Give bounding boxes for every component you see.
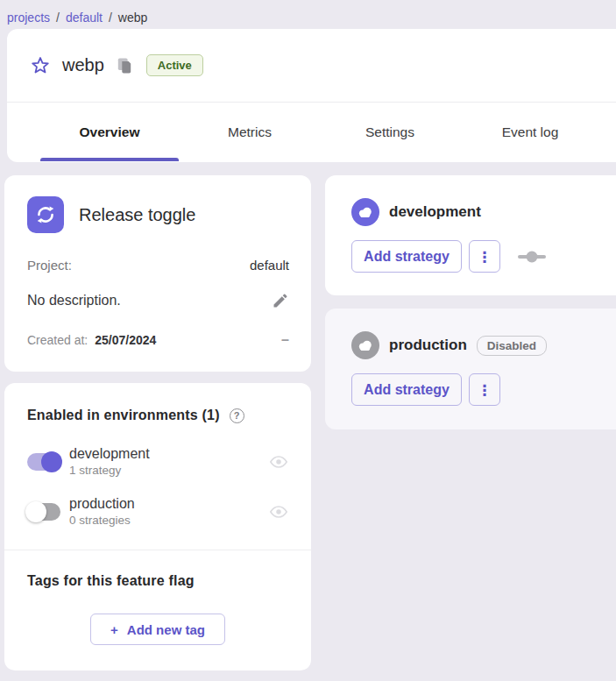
- add-strategy-button[interactable]: Add strategy: [351, 373, 462, 406]
- tab-bar: Overview Metrics Settings Event log: [7, 103, 616, 161]
- add-new-tag-button[interactable]: + Add new tag: [90, 614, 225, 645]
- development-environment-panel: development Add strategy ⋮: [325, 175, 616, 295]
- copy-icon: [117, 57, 132, 74]
- environment-row-development: development 1 strategy: [27, 446, 288, 477]
- status-badge: Active: [146, 54, 203, 76]
- flag-details-card: Release toggle Project: default No descr…: [4, 175, 311, 372]
- created-value: 25/07/2024: [95, 333, 156, 347]
- tags-title: Tags for this feature flag: [27, 573, 288, 589]
- environment-name: production: [69, 496, 135, 512]
- add-tag-label: Add new tag: [127, 622, 205, 637]
- add-strategy-button[interactable]: Add strategy: [351, 240, 462, 273]
- release-toggle-icon: [27, 196, 64, 233]
- header-card: webp Active Overview Metrics Settings Ev: [7, 29, 616, 162]
- kebab-menu-button[interactable]: ⋮: [469, 240, 500, 273]
- created-label: Created at:: [27, 333, 88, 347]
- breadcrumb: projects / default / webp: [0, 0, 616, 29]
- star-icon: [30, 55, 51, 76]
- favorite-button[interactable]: [30, 55, 51, 76]
- development-toggle[interactable]: [27, 453, 60, 471]
- description-text: No description.: [27, 293, 121, 309]
- tab-label: Overview: [80, 124, 140, 140]
- tab-label: Settings: [365, 124, 414, 140]
- collapsed-strategy-indicator: [518, 251, 546, 263]
- section-divider: [4, 550, 311, 550]
- project-row: Project: default: [27, 258, 289, 273]
- environment-cloud-icon: [351, 198, 379, 226]
- flag-type-title: Release toggle: [79, 205, 195, 225]
- breadcrumb-link-default[interactable]: default: [66, 11, 103, 25]
- visibility-button[interactable]: [269, 454, 288, 470]
- breadcrumb-current: webp: [118, 11, 147, 25]
- title-row: webp Active: [7, 29, 616, 103]
- environments-title: Enabled in environments (1): [27, 408, 220, 423]
- tab-settings[interactable]: Settings: [320, 103, 460, 161]
- tab-event-log[interactable]: Event log: [460, 103, 600, 161]
- panel-header: development: [351, 198, 614, 226]
- tab-label: Metrics: [228, 124, 272, 140]
- production-environment-panel: production Disabled Add strategy ⋮: [325, 309, 616, 429]
- toggle-knob: [41, 451, 62, 472]
- panel-header: production Disabled: [351, 331, 614, 359]
- disabled-badge: Disabled: [477, 336, 547, 356]
- environment-panel-name: development: [389, 203, 481, 221]
- project-label: Project:: [27, 258, 72, 273]
- eye-icon: [269, 454, 288, 470]
- panel-actions: Add strategy ⋮: [351, 240, 614, 273]
- breadcrumb-separator: /: [109, 11, 112, 25]
- environment-row-production: production 0 strategies: [27, 496, 288, 527]
- plus-icon: +: [110, 622, 118, 637]
- flag-type-header: Release toggle: [27, 196, 289, 233]
- panel-actions: Add strategy ⋮: [351, 373, 614, 406]
- environment-cloud-icon: [351, 331, 379, 359]
- production-toggle[interactable]: [27, 503, 60, 521]
- pencil-icon: [272, 292, 289, 309]
- environments-header: Enabled in environments (1) ?: [27, 408, 288, 423]
- kebab-menu-button[interactable]: ⋮: [469, 373, 500, 406]
- copy-name-button[interactable]: [117, 57, 132, 74]
- help-icon[interactable]: ?: [230, 408, 244, 423]
- description-row: No description.: [27, 292, 289, 309]
- environment-panel-name: production: [389, 337, 467, 354]
- edit-description-button[interactable]: [272, 292, 289, 309]
- environment-name: development: [69, 446, 150, 462]
- created-row: Created at: 25/07/2024 –: [27, 333, 289, 347]
- dash-dot: [527, 251, 538, 262]
- breadcrumb-link-projects[interactable]: projects: [7, 11, 50, 25]
- page-title: webp: [62, 55, 104, 75]
- toggle-knob: [25, 501, 46, 522]
- active-tab-indicator: [40, 158, 179, 161]
- feature-flag-page: projects / default / webp webp Active: [0, 0, 616, 681]
- minus-icon: –: [281, 333, 289, 347]
- eye-icon: [269, 504, 288, 520]
- visibility-button[interactable]: [269, 504, 288, 520]
- environments-card: Enabled in environments (1) ? developmen…: [4, 383, 311, 670]
- tab-metrics[interactable]: Metrics: [180, 103, 320, 161]
- tab-label: Event log: [502, 124, 559, 140]
- project-value: default: [250, 258, 289, 273]
- strategy-count: 1 strategy: [69, 464, 150, 477]
- tab-overview[interactable]: Overview: [39, 103, 180, 161]
- strategy-count: 0 strategies: [69, 514, 135, 527]
- breadcrumb-separator: /: [56, 11, 60, 25]
